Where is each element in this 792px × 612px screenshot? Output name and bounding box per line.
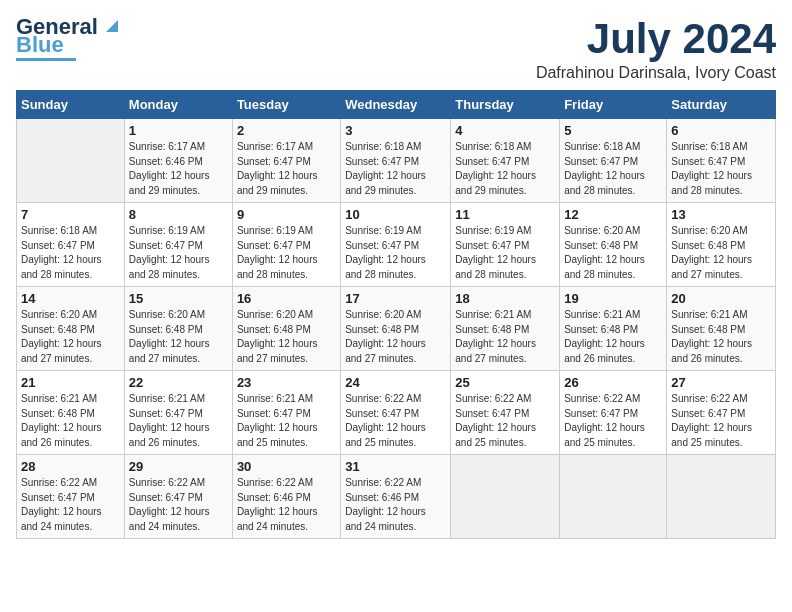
calendar-cell bbox=[17, 119, 125, 203]
calendar-cell: 10Sunrise: 6:19 AM Sunset: 6:47 PM Dayli… bbox=[341, 203, 451, 287]
day-info: Sunrise: 6:17 AM Sunset: 6:46 PM Dayligh… bbox=[129, 140, 228, 198]
day-info: Sunrise: 6:20 AM Sunset: 6:48 PM Dayligh… bbox=[671, 224, 771, 282]
day-info: Sunrise: 6:21 AM Sunset: 6:48 PM Dayligh… bbox=[455, 308, 555, 366]
day-number: 15 bbox=[129, 291, 228, 306]
day-number: 23 bbox=[237, 375, 336, 390]
logo-underline bbox=[16, 58, 76, 61]
day-info: Sunrise: 6:21 AM Sunset: 6:48 PM Dayligh… bbox=[564, 308, 662, 366]
calendar-cell: 27Sunrise: 6:22 AM Sunset: 6:47 PM Dayli… bbox=[667, 371, 776, 455]
day-number: 26 bbox=[564, 375, 662, 390]
day-number: 29 bbox=[129, 459, 228, 474]
day-info: Sunrise: 6:20 AM Sunset: 6:48 PM Dayligh… bbox=[345, 308, 446, 366]
month-title: July 2024 bbox=[536, 16, 776, 62]
day-number: 4 bbox=[455, 123, 555, 138]
weekday-header-tuesday: Tuesday bbox=[232, 91, 340, 119]
calendar-cell: 8Sunrise: 6:19 AM Sunset: 6:47 PM Daylig… bbox=[124, 203, 232, 287]
day-number: 21 bbox=[21, 375, 120, 390]
weekday-header-monday: Monday bbox=[124, 91, 232, 119]
calendar-week-1: 1Sunrise: 6:17 AM Sunset: 6:46 PM Daylig… bbox=[17, 119, 776, 203]
day-info: Sunrise: 6:18 AM Sunset: 6:47 PM Dayligh… bbox=[345, 140, 446, 198]
calendar-week-3: 14Sunrise: 6:20 AM Sunset: 6:48 PM Dayli… bbox=[17, 287, 776, 371]
logo: General Blue bbox=[16, 16, 118, 61]
calendar-cell bbox=[560, 455, 667, 539]
location-title: Dafrahinou Darinsala, Ivory Coast bbox=[536, 64, 776, 82]
calendar-cell: 23Sunrise: 6:21 AM Sunset: 6:47 PM Dayli… bbox=[232, 371, 340, 455]
day-number: 16 bbox=[237, 291, 336, 306]
day-info: Sunrise: 6:18 AM Sunset: 6:47 PM Dayligh… bbox=[455, 140, 555, 198]
calendar-cell: 24Sunrise: 6:22 AM Sunset: 6:47 PM Dayli… bbox=[341, 371, 451, 455]
day-number: 18 bbox=[455, 291, 555, 306]
day-info: Sunrise: 6:21 AM Sunset: 6:47 PM Dayligh… bbox=[129, 392, 228, 450]
day-number: 27 bbox=[671, 375, 771, 390]
day-info: Sunrise: 6:21 AM Sunset: 6:48 PM Dayligh… bbox=[21, 392, 120, 450]
day-info: Sunrise: 6:19 AM Sunset: 6:47 PM Dayligh… bbox=[455, 224, 555, 282]
day-number: 19 bbox=[564, 291, 662, 306]
weekday-header-row: SundayMondayTuesdayWednesdayThursdayFrid… bbox=[17, 91, 776, 119]
day-info: Sunrise: 6:22 AM Sunset: 6:46 PM Dayligh… bbox=[345, 476, 446, 534]
day-number: 17 bbox=[345, 291, 446, 306]
calendar-cell: 15Sunrise: 6:20 AM Sunset: 6:48 PM Dayli… bbox=[124, 287, 232, 371]
day-number: 25 bbox=[455, 375, 555, 390]
day-info: Sunrise: 6:20 AM Sunset: 6:48 PM Dayligh… bbox=[129, 308, 228, 366]
day-number: 11 bbox=[455, 207, 555, 222]
logo-text-blue: Blue bbox=[16, 34, 64, 56]
day-number: 9 bbox=[237, 207, 336, 222]
day-number: 1 bbox=[129, 123, 228, 138]
calendar-cell: 7Sunrise: 6:18 AM Sunset: 6:47 PM Daylig… bbox=[17, 203, 125, 287]
day-info: Sunrise: 6:20 AM Sunset: 6:48 PM Dayligh… bbox=[21, 308, 120, 366]
day-number: 31 bbox=[345, 459, 446, 474]
day-info: Sunrise: 6:22 AM Sunset: 6:47 PM Dayligh… bbox=[129, 476, 228, 534]
calendar-cell: 9Sunrise: 6:19 AM Sunset: 6:47 PM Daylig… bbox=[232, 203, 340, 287]
day-number: 3 bbox=[345, 123, 446, 138]
weekday-header-thursday: Thursday bbox=[451, 91, 560, 119]
calendar-cell: 5Sunrise: 6:18 AM Sunset: 6:47 PM Daylig… bbox=[560, 119, 667, 203]
day-number: 12 bbox=[564, 207, 662, 222]
calendar-cell bbox=[451, 455, 560, 539]
day-info: Sunrise: 6:22 AM Sunset: 6:47 PM Dayligh… bbox=[564, 392, 662, 450]
day-info: Sunrise: 6:22 AM Sunset: 6:47 PM Dayligh… bbox=[455, 392, 555, 450]
day-number: 13 bbox=[671, 207, 771, 222]
calendar-cell: 28Sunrise: 6:22 AM Sunset: 6:47 PM Dayli… bbox=[17, 455, 125, 539]
calendar-cell: 1Sunrise: 6:17 AM Sunset: 6:46 PM Daylig… bbox=[124, 119, 232, 203]
day-number: 20 bbox=[671, 291, 771, 306]
day-number: 24 bbox=[345, 375, 446, 390]
day-info: Sunrise: 6:21 AM Sunset: 6:47 PM Dayligh… bbox=[237, 392, 336, 450]
page-header: General Blue July 2024 Dafrahinou Darins… bbox=[16, 16, 776, 82]
calendar-week-5: 28Sunrise: 6:22 AM Sunset: 6:47 PM Dayli… bbox=[17, 455, 776, 539]
day-info: Sunrise: 6:18 AM Sunset: 6:47 PM Dayligh… bbox=[564, 140, 662, 198]
calendar-cell: 18Sunrise: 6:21 AM Sunset: 6:48 PM Dayli… bbox=[451, 287, 560, 371]
calendar-cell: 26Sunrise: 6:22 AM Sunset: 6:47 PM Dayli… bbox=[560, 371, 667, 455]
day-number: 7 bbox=[21, 207, 120, 222]
calendar-cell: 22Sunrise: 6:21 AM Sunset: 6:47 PM Dayli… bbox=[124, 371, 232, 455]
day-number: 6 bbox=[671, 123, 771, 138]
day-number: 8 bbox=[129, 207, 228, 222]
day-info: Sunrise: 6:19 AM Sunset: 6:47 PM Dayligh… bbox=[237, 224, 336, 282]
day-info: Sunrise: 6:18 AM Sunset: 6:47 PM Dayligh… bbox=[671, 140, 771, 198]
day-number: 28 bbox=[21, 459, 120, 474]
calendar-week-2: 7Sunrise: 6:18 AM Sunset: 6:47 PM Daylig… bbox=[17, 203, 776, 287]
calendar-cell: 3Sunrise: 6:18 AM Sunset: 6:47 PM Daylig… bbox=[341, 119, 451, 203]
calendar-week-4: 21Sunrise: 6:21 AM Sunset: 6:48 PM Dayli… bbox=[17, 371, 776, 455]
day-info: Sunrise: 6:20 AM Sunset: 6:48 PM Dayligh… bbox=[237, 308, 336, 366]
weekday-header-friday: Friday bbox=[560, 91, 667, 119]
day-info: Sunrise: 6:21 AM Sunset: 6:48 PM Dayligh… bbox=[671, 308, 771, 366]
calendar-cell: 29Sunrise: 6:22 AM Sunset: 6:47 PM Dayli… bbox=[124, 455, 232, 539]
calendar-cell: 19Sunrise: 6:21 AM Sunset: 6:48 PM Dayli… bbox=[560, 287, 667, 371]
day-number: 30 bbox=[237, 459, 336, 474]
day-number: 14 bbox=[21, 291, 120, 306]
day-info: Sunrise: 6:20 AM Sunset: 6:48 PM Dayligh… bbox=[564, 224, 662, 282]
day-number: 22 bbox=[129, 375, 228, 390]
calendar-cell: 30Sunrise: 6:22 AM Sunset: 6:46 PM Dayli… bbox=[232, 455, 340, 539]
calendar-cell: 31Sunrise: 6:22 AM Sunset: 6:46 PM Dayli… bbox=[341, 455, 451, 539]
calendar-cell: 21Sunrise: 6:21 AM Sunset: 6:48 PM Dayli… bbox=[17, 371, 125, 455]
day-info: Sunrise: 6:17 AM Sunset: 6:47 PM Dayligh… bbox=[237, 140, 336, 198]
calendar-cell: 13Sunrise: 6:20 AM Sunset: 6:48 PM Dayli… bbox=[667, 203, 776, 287]
calendar-cell: 16Sunrise: 6:20 AM Sunset: 6:48 PM Dayli… bbox=[232, 287, 340, 371]
calendar-cell: 2Sunrise: 6:17 AM Sunset: 6:47 PM Daylig… bbox=[232, 119, 340, 203]
day-number: 2 bbox=[237, 123, 336, 138]
svg-marker-0 bbox=[106, 20, 118, 32]
calendar-cell: 12Sunrise: 6:20 AM Sunset: 6:48 PM Dayli… bbox=[560, 203, 667, 287]
day-info: Sunrise: 6:22 AM Sunset: 6:47 PM Dayligh… bbox=[345, 392, 446, 450]
logo-icon bbox=[100, 16, 118, 34]
day-info: Sunrise: 6:19 AM Sunset: 6:47 PM Dayligh… bbox=[345, 224, 446, 282]
